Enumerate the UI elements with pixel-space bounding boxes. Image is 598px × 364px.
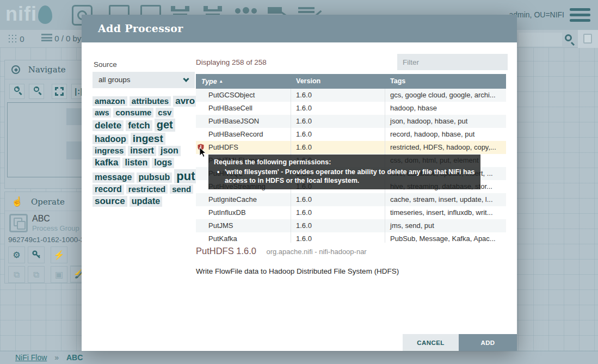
cell-version: 1.6.0 — [291, 115, 385, 128]
tag-hadoop[interactable]: hadoop — [93, 134, 128, 145]
tag-kafka[interactable]: kafka — [93, 157, 120, 168]
zoom-in-button[interactable]: + — [9, 84, 24, 99]
processor-row-PutHBaseCell[interactable]: PutHBaseCell1.6.0hadoop, hbase — [196, 102, 506, 115]
tag-csv[interactable]: csv — [156, 108, 174, 118]
tag-send[interactable]: send — [170, 184, 193, 194]
tag-json[interactable]: json — [158, 146, 181, 156]
mouse-cursor — [199, 147, 207, 158]
copy-button[interactable]: ⧉ — [8, 266, 25, 283]
tag-restricted[interactable]: restricted — [126, 184, 168, 194]
hand-pointer-icon: ☝ — [11, 196, 23, 207]
cell-type: PutHDFS — [196, 141, 291, 154]
tag-pubsub[interactable]: pubsub — [137, 172, 172, 183]
column-header-type[interactable]: Type ▲ — [196, 74, 291, 89]
start-button[interactable]: ⚡ — [51, 246, 67, 263]
processor-row-PutHBaseJSON[interactable]: PutHBaseJSON1.6.0json, hadoop, hbase, pu… — [196, 115, 506, 128]
restricted-permission-tooltip: Requires the following permissions: 'wri… — [208, 155, 480, 189]
tag-consume[interactable]: consume — [113, 108, 153, 118]
cell-version: 1.6.0 — [291, 232, 385, 243]
selected-component-type: Process Group — [32, 224, 79, 232]
bulletin-board-button[interactable] — [578, 30, 598, 48]
tag-fetch[interactable]: fetch — [126, 120, 152, 131]
tag-put[interactable]: put — [174, 169, 197, 183]
breadcrumb-root-link[interactable]: NiFi Flow — [15, 353, 47, 362]
source-label: Source — [94, 60, 117, 69]
selected-component-name: ABC — [32, 214, 50, 224]
tag-aws[interactable]: aws — [93, 108, 111, 118]
bulletin-icon — [583, 34, 592, 44]
operate-title: Operate — [31, 197, 65, 207]
processor-row-PutKafka[interactable]: PutKafka1.6.0PubSub, Message, Kafka, Apa… — [196, 232, 506, 243]
selected-processor-bundle: org.apache.nifi - nifi-hadoop-nar — [266, 248, 366, 256]
tag-avro[interactable]: avro — [173, 96, 197, 107]
navigate-title: Navigate — [28, 65, 66, 75]
tag-ingress[interactable]: ingress — [93, 146, 126, 156]
filter-input[interactable] — [397, 54, 508, 70]
zoom-fit-button[interactable] — [52, 84, 67, 99]
tag-listen[interactable]: listen — [122, 158, 150, 168]
processor-row-PutJMS[interactable]: PutJMS1.6.0jms, send, put — [196, 219, 506, 232]
tag-delete[interactable]: delete — [93, 120, 124, 131]
paste-button[interactable]: ⧉ — [28, 266, 45, 283]
cell-tags: hadoop, hbase — [385, 102, 506, 115]
sort-ascending-icon: ▲ — [219, 79, 223, 84]
cell-type: PutJMS — [196, 219, 291, 232]
threads-icon — [8, 34, 17, 44]
queue-icon — [41, 34, 52, 42]
tag-cloud: amazonattributesavroawsconsumecsvdeletef… — [91, 95, 199, 207]
tag-get[interactable]: get — [155, 119, 175, 132]
source-selected-value: all groups — [98, 76, 131, 84]
cell-tags: gcs, google cloud, google, archi... — [385, 89, 506, 102]
tag-insert[interactable]: insert — [128, 146, 156, 156]
add-processor-dialog: Add Processor Source all groups amazonat… — [82, 15, 517, 351]
column-header-tags[interactable]: Tags — [385, 74, 506, 89]
key-icon — [32, 250, 41, 260]
selected-processor-description: Write FlowFile data to Hadoop Distribute… — [196, 267, 399, 275]
tag-source[interactable]: source — [93, 196, 127, 207]
breadcrumb: NiFi Flow » ABC — [0, 351, 598, 364]
cell-tags: jms, send, put — [385, 219, 506, 232]
tag-record[interactable]: record — [93, 184, 124, 195]
cell-type: PutIgniteCache — [196, 193, 291, 206]
cell-tags: cache, stream, insert, update, l... — [385, 193, 506, 206]
cell-type: PutHBaseCell — [196, 102, 291, 115]
tag-logs[interactable]: logs — [152, 158, 174, 168]
tag-message[interactable]: message — [93, 172, 134, 183]
group-button[interactable]: ▣ — [51, 266, 67, 283]
processor-row-PutHBaseRecord[interactable]: PutHBaseRecord1.6.0record, hadoop, hbase… — [196, 128, 506, 141]
dialog-title: Add Processor — [82, 15, 517, 42]
breadcrumb-current: ABC — [66, 353, 83, 362]
cell-version: 1.6.0 — [291, 128, 385, 141]
tag-ingest[interactable]: ingest — [131, 133, 165, 145]
selected-processor-title: PutHDFS 1.6.0 — [196, 246, 256, 256]
cell-tags: restricted, HDFS, hadoop, copy,... — [385, 141, 506, 154]
access-policies-button[interactable] — [28, 246, 45, 263]
processor-row-PutGCSObject[interactable]: PutGCSObject1.6.0gcs, google cloud, goog… — [196, 89, 506, 102]
current-user-label: admin, OU=NIFI — [509, 10, 564, 19]
global-menu-button[interactable] — [570, 8, 590, 22]
tooltip-bullet: 'write filesystem' - Provides operator t… — [214, 168, 475, 185]
tag-amazon[interactable]: amazon — [93, 96, 127, 106]
processor-row-PutInfluxDB[interactable]: PutInfluxDB1.6.0timeseries, insert, infl… — [196, 206, 506, 219]
queued-count-stat: 0 / 0 byt — [41, 34, 82, 43]
column-header-version[interactable]: Version — [291, 74, 385, 89]
nifi-logo: nifi — [5, 2, 52, 26]
add-button[interactable]: ADD — [459, 334, 517, 351]
source-group-select[interactable]: all groups — [93, 72, 195, 88]
hamburger-icon — [570, 8, 590, 11]
nifi-logo-text: nifi — [5, 3, 37, 25]
chevron-down-icon — [183, 76, 189, 82]
processor-row-PutHDFS[interactable]: PutHDFS1.6.0restricted, HDFS, hadoop, co… — [196, 141, 506, 154]
search-input[interactable] — [519, 33, 562, 46]
cell-version: 1.6.0 — [291, 219, 385, 232]
cell-version: 1.6.0 — [291, 206, 385, 219]
tag-attributes[interactable]: attributes — [130, 96, 171, 106]
processor-row-PutIgniteCache[interactable]: PutIgniteCache1.6.0cache, stream, insert… — [196, 193, 506, 206]
breadcrumb-separator: » — [54, 353, 59, 362]
configure-button[interactable]: ⚙ — [8, 246, 25, 263]
search-icon[interactable] — [565, 34, 572, 44]
nifi-drop-icon — [38, 5, 52, 24]
cancel-button[interactable]: CANCEL — [403, 334, 459, 351]
zoom-out-button[interactable]: − — [29, 84, 44, 99]
tag-update[interactable]: update — [130, 196, 162, 207]
